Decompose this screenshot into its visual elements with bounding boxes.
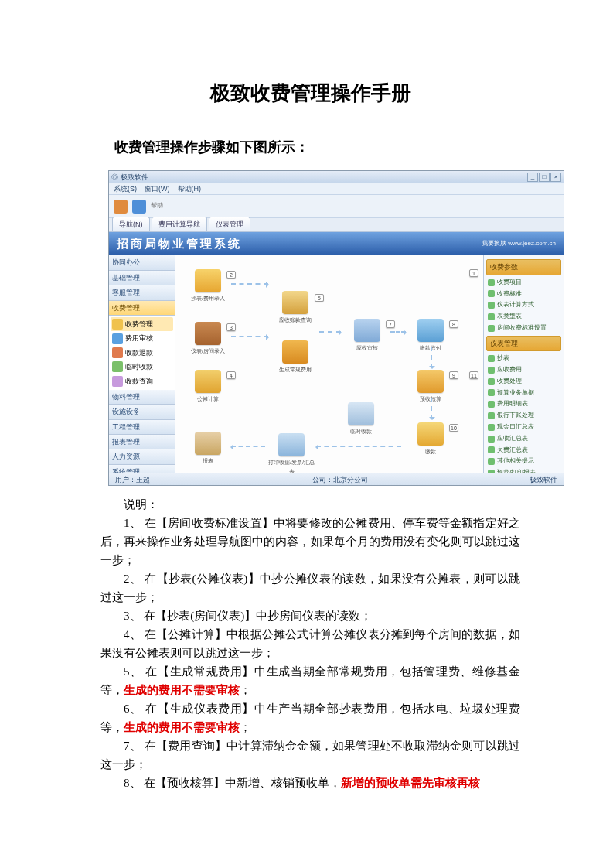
max-button[interactable]: □ xyxy=(539,173,550,182)
explain-step-5: 5、 在【生成常规费用】中生成当期全部常规费用，包括管理费、维修基金等，生成的费… xyxy=(100,662,520,699)
tab-fee-calc[interactable]: 费用计算导航 xyxy=(152,217,207,231)
right-panel: 收费参数 收费项目 收费标准 仪表计算方式 表类型表 房间收费标准设置 仪表管理… xyxy=(483,255,564,473)
explain-step-1: 1、 在【房间收费标准设置】中将要修改的公摊费用、停车费等金额指定好之后，再来操… xyxy=(100,514,520,569)
banner: 招商局物业管理系统 我要换肤 www.jeez.com.cn xyxy=(109,232,564,255)
flow-node[interactable]: 生成常规费用 xyxy=(272,340,318,374)
flow-node[interactable]: 缴款 xyxy=(407,422,454,456)
flow-arrow xyxy=(231,336,268,337)
subnav-item[interactable]: 临时收款 xyxy=(111,360,173,374)
flow-node[interactable]: 应收审核 xyxy=(344,319,390,352)
tool-icon-1[interactable] xyxy=(114,200,128,214)
search-icon xyxy=(112,376,123,387)
explain-step-3: 3、 在【抄表(房间仪表)】中抄房间仪表的读数； xyxy=(100,607,520,625)
statusbar: 用户：王超 公司：北京分公司 极致软件 xyxy=(109,473,564,485)
rpanel-item[interactable]: 仪表计算方式 xyxy=(486,299,561,311)
explain-step-4: 4、 在【公摊计算】中根据公摊公式计算公摊仪表分摊到每个房间的数据，如果没有公摊… xyxy=(100,625,520,662)
menubar: 系统(S) 窗口(W) 帮助(H) xyxy=(109,183,564,195)
left-nav: 协同办公 基础管理 客服管理 收费管理 收费管理 费用审核 收款退款 临时收款 … xyxy=(109,255,175,473)
app-screenshot: ◎ 极致软件 _ □ × 系统(S) 窗口(W) 帮助(H) 帮助 导航(N) … xyxy=(108,170,564,486)
status-company: 公司：北京分公司 xyxy=(312,474,368,485)
flow-arrow xyxy=(319,331,341,333)
folder-icon xyxy=(112,319,123,330)
window-title: ◎ 极致软件 xyxy=(111,172,148,183)
check-icon xyxy=(112,333,123,344)
cash-icon xyxy=(112,347,123,358)
tool-label: 帮助 xyxy=(151,201,163,211)
toolbar: 帮助 xyxy=(109,195,564,218)
nav-section-fee[interactable]: 收费管理 xyxy=(109,301,175,316)
flow-node[interactable]: 打印收据/发票/汇总表 xyxy=(268,433,315,473)
menu-system[interactable]: 系统(S) xyxy=(114,183,137,194)
flow-node[interactable]: 抄表/费用录入 xyxy=(185,269,231,302)
rpanel-head: 收费参数 xyxy=(486,259,561,275)
rpanel-item[interactable]: 现金日汇总表 xyxy=(486,422,561,433)
rpanel-item[interactable]: 其他相关提示 xyxy=(486,456,561,467)
flow-node[interactable]: 仪表/房间录入 xyxy=(185,322,231,355)
min-button[interactable]: _ xyxy=(527,173,538,182)
explain-step-2: 2、 在【抄表(公摊仪表)】中抄公摊仪表的读数，如果没有公摊表，则可以跳过这一步… xyxy=(100,569,520,607)
flow-badge: 4 xyxy=(226,371,236,379)
red-text: 新增的预收单需先审核再核 xyxy=(341,777,480,789)
tab-meter[interactable]: 仪表管理 xyxy=(209,217,250,231)
explain-lead: 说明： xyxy=(100,495,520,514)
rpanel-item[interactable]: 应收汇总表 xyxy=(486,433,561,445)
rpanel-item[interactable]: 房间收费标准设置 xyxy=(486,323,561,334)
status-brand: 极致软件 xyxy=(530,474,557,485)
flow-arrow xyxy=(431,398,432,419)
flow-arrow xyxy=(231,446,265,447)
nav-section[interactable]: 物料管理 xyxy=(109,390,175,405)
flow-arrow xyxy=(390,331,406,333)
rpanel-item[interactable]: 收费项目 xyxy=(486,277,561,289)
rpanel-item[interactable]: 预算业务单据 xyxy=(486,388,561,399)
explain-step-8: 8、 在【预收核算】中新增、核销预收单，新增的预收单需先审核再核 xyxy=(100,774,520,792)
subnav-item[interactable]: 收款退款 xyxy=(111,346,173,360)
nav-section[interactable]: 设施设备 xyxy=(109,405,175,419)
doc-subtitle: 收费管理操作步骤如下图所示： xyxy=(100,136,520,159)
rpanel-item[interactable]: 欠费汇总表 xyxy=(486,445,561,456)
flow-arrow xyxy=(316,446,401,447)
nav-section[interactable]: 基础管理 xyxy=(109,271,175,285)
status-user: 用户：王超 xyxy=(115,474,150,485)
doc-title: 极致收费管理操作手册 xyxy=(100,77,520,110)
rpanel-item[interactable]: 预览/打印报表 xyxy=(486,467,561,473)
subnav-item[interactable]: 费用审核 xyxy=(111,331,173,345)
rpanel-item[interactable]: 收费标准 xyxy=(486,289,561,300)
flow-node[interactable]: 临时收款 xyxy=(338,402,384,436)
flow-diagram: 抄表/费用录入 2 应收账款查询 5 仪表/房间录入 3 生成常规费用 公摊计算… xyxy=(175,255,483,473)
flow-node[interactable]: 公摊计算 xyxy=(185,370,231,403)
rpanel-item[interactable]: 费用明细表 xyxy=(486,398,561,410)
flow-badge: 9 xyxy=(449,371,458,379)
flow-badge: 7 xyxy=(386,320,395,328)
flow-node[interactable]: 报表 xyxy=(185,432,231,465)
menu-window[interactable]: 窗口(W) xyxy=(145,183,170,194)
rpanel-item[interactable]: 收费处理 xyxy=(486,376,561,388)
nav-section[interactable]: 协同办公 xyxy=(109,255,175,270)
explain-step-7: 7、 在【费用查询】中计算滞纳金金额，如果管理处不收取滞纳金则可以跳过这一步； xyxy=(100,736,520,774)
close-button[interactable]: × xyxy=(550,173,561,182)
subnav: 收费管理 费用审核 收款退款 临时收款 收款查询 xyxy=(109,316,175,390)
flow-badge: 5 xyxy=(315,294,324,302)
subnav-item[interactable]: 收费管理 xyxy=(111,317,173,331)
rpanel-item[interactable]: 应收费用 xyxy=(486,364,561,376)
rpanel-item[interactable]: 抄表 xyxy=(486,353,561,364)
subnav-item[interactable]: 收款查询 xyxy=(111,374,173,388)
titlebar: ◎ 极致软件 _ □ × xyxy=(109,171,564,183)
flow-badge: 3 xyxy=(226,323,236,331)
rpanel-item[interactable]: 银行下账处理 xyxy=(486,410,561,422)
nav-section[interactable]: 报表管理 xyxy=(109,435,175,449)
explain-step-6: 6、 在【生成仪表费用】中生产当期全部抄表费用，包括水电、垃圾处理费等，生成的费… xyxy=(100,699,520,736)
flow-node[interactable]: 应收账款查询 xyxy=(272,291,318,324)
nav-section[interactable]: 客服管理 xyxy=(109,285,175,300)
flow-arrow xyxy=(431,347,432,368)
flow-badge: 1 xyxy=(469,269,478,277)
flow-badge: 10 xyxy=(449,424,458,432)
rpanel-item[interactable]: 表类型表 xyxy=(486,311,561,323)
tool-icon-2[interactable] xyxy=(132,200,146,214)
flow-badge: 11 xyxy=(469,371,478,379)
menu-help[interactable]: 帮助(H) xyxy=(178,183,202,194)
nav-section[interactable]: 工程管理 xyxy=(109,420,175,435)
tabbar: 导航(N) 费用计算导航 仪表管理 xyxy=(109,218,564,232)
red-text: 生成的费用不需要审核 xyxy=(124,684,240,696)
nav-section[interactable]: 人力资源 xyxy=(109,449,175,464)
tab-nav[interactable]: 导航(N) xyxy=(112,217,150,231)
